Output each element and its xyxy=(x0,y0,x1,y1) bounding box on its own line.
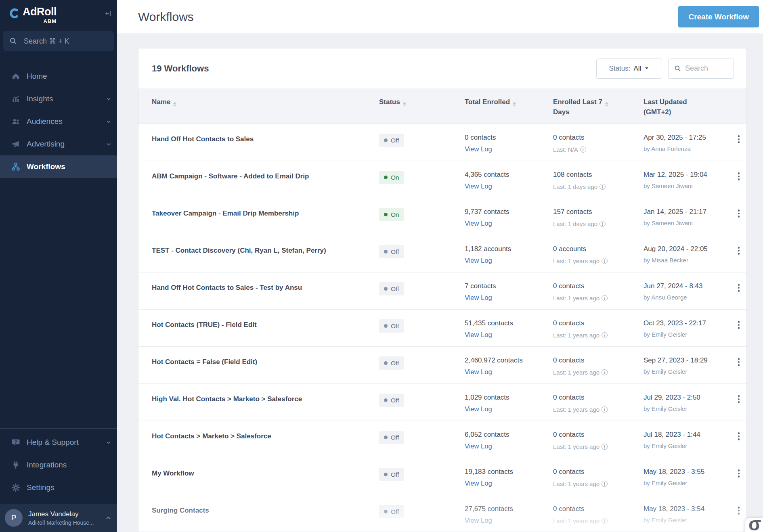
sidebar-item-advertising[interactable]: Advertising xyxy=(0,133,117,155)
view-log-link[interactable]: View Log xyxy=(465,145,492,153)
last-updated-cell: Mar 12, 2025 - 19:04 by Sameen Jiwani xyxy=(644,161,731,198)
last-updated-cell: Jul 18, 2023 - 1:44 by Emily Geisler xyxy=(644,421,731,458)
user-menu[interactable]: P James Vandelay AdRoll Marketing House.… xyxy=(0,504,117,532)
column-header-name[interactable]: Name xyxy=(138,88,379,124)
row-actions-menu-icon[interactable] xyxy=(731,272,746,309)
sidebar-collapse-icon[interactable] xyxy=(105,10,112,19)
sidebar-item-label: Help & Support xyxy=(27,438,106,447)
enrolled-7-days-value: 0 contacts xyxy=(553,319,644,327)
caret-down-icon xyxy=(644,65,649,73)
column-header-enrolled-last-7-days[interactable]: Enrolled Last 7 Days xyxy=(553,88,644,124)
info-icon[interactable]: i xyxy=(602,481,608,487)
workflow-name[interactable]: TEST - Contact Discovery (Chi, Ryan L, S… xyxy=(138,235,379,272)
info-icon[interactable]: i xyxy=(580,147,586,153)
sidebar-search-input[interactable]: Search ⌘ + K xyxy=(3,31,114,51)
sort-icon[interactable] xyxy=(605,102,608,107)
sidebar-item-home[interactable]: Home xyxy=(0,65,117,88)
view-log-link[interactable]: View Log xyxy=(465,442,492,450)
info-icon[interactable]: i xyxy=(600,184,606,190)
view-log-link[interactable]: View Log xyxy=(465,294,492,302)
sidebar-item-help-support[interactable]: ? Help & Support xyxy=(0,431,117,454)
workflow-name[interactable]: Hand Off Hot Contacts to Sales - Test by… xyxy=(138,272,379,309)
status-badge: Off xyxy=(379,505,404,518)
workflow-name[interactable]: Surging Contacts xyxy=(138,495,379,532)
status-badge: Off xyxy=(379,134,404,147)
last-updated-date: Jul 29, 2023 - 2:50 xyxy=(644,394,731,402)
workflow-name[interactable]: ABM Campaign - Software - Added to Email… xyxy=(138,161,379,198)
chevron-down-icon xyxy=(106,440,111,445)
enrolled-7-days-cell: 0 contacts Last: 1 years ago i xyxy=(553,458,644,495)
sort-icon[interactable] xyxy=(173,102,176,107)
info-icon[interactable]: i xyxy=(602,295,608,301)
last-updated-by: by Ansu George xyxy=(644,294,731,301)
last-updated-date: May 18, 2023 - 3:55 xyxy=(644,468,731,476)
page-header: Workflows Create Workflow xyxy=(117,0,763,34)
sidebar-item-label: Audiences xyxy=(27,117,106,126)
total-enrolled-value: 2,460,972 contacts xyxy=(465,356,553,364)
page-title: Workflows xyxy=(138,10,194,24)
sort-icon[interactable] xyxy=(513,102,516,107)
sort-icon[interactable] xyxy=(403,102,406,107)
last-updated-cell: Apr 30, 2025 - 17:25 by Anna Forlenza xyxy=(644,124,731,161)
last-enrolled-label: Last: 1 years ago xyxy=(553,443,600,450)
view-log-link[interactable]: View Log xyxy=(465,368,492,376)
sidebar: AdRoll ABM Search ⌘ + K Home Insights xyxy=(0,0,117,532)
view-log-link[interactable]: View Log xyxy=(465,182,492,190)
column-header-status[interactable]: Status xyxy=(379,88,465,124)
sidebar-item-insights[interactable]: Insights xyxy=(0,88,117,110)
row-actions-menu-icon[interactable] xyxy=(731,124,746,161)
view-log-link[interactable]: View Log xyxy=(465,220,492,227)
info-icon[interactable]: i xyxy=(602,258,608,264)
sidebar-item-integrations[interactable]: Integrations xyxy=(0,454,117,476)
row-actions-menu-icon[interactable] xyxy=(731,495,746,532)
view-log-link[interactable]: View Log xyxy=(465,517,492,524)
sidebar-item-label: Advertising xyxy=(27,140,106,149)
view-log-link[interactable]: View Log xyxy=(465,480,492,487)
row-actions-menu-icon[interactable] xyxy=(731,310,746,346)
column-header-last-updated[interactable]: Last Updated (GMT+2) xyxy=(644,88,731,124)
row-actions-menu-icon[interactable] xyxy=(731,384,746,421)
create-workflow-button[interactable]: Create Workflow xyxy=(678,6,759,27)
total-enrolled-value: 9,737 contacts xyxy=(465,208,553,216)
row-actions-menu-icon[interactable] xyxy=(731,161,746,198)
workflow-name[interactable]: High Val. Hot Contacts > Marketo > Sales… xyxy=(138,384,379,421)
row-actions-menu-icon[interactable] xyxy=(731,458,746,495)
info-icon[interactable]: i xyxy=(602,518,608,524)
total-enrolled-cell: 1,182 accounts View Log xyxy=(465,235,553,272)
last-updated-date: Aug 20, 2024 - 22:05 xyxy=(644,245,731,253)
info-icon[interactable]: i xyxy=(602,444,608,450)
last-updated-cell: Sep 27, 2023 - 18:29 by Emily Geisler xyxy=(644,347,731,383)
info-icon[interactable]: i xyxy=(600,221,606,227)
table-row: ABM Campaign - Software - Added to Email… xyxy=(138,161,746,198)
last-updated-date: Jul 18, 2023 - 1:44 xyxy=(644,431,731,439)
view-log-link[interactable]: View Log xyxy=(465,405,492,413)
status-filter-dropdown[interactable]: Status: All xyxy=(596,59,662,79)
row-actions-menu-icon[interactable] xyxy=(731,347,746,383)
row-actions-menu-icon[interactable] xyxy=(731,421,746,458)
total-enrolled-cell: 0 contacts View Log xyxy=(465,124,553,161)
workflow-name[interactable]: Hot Contacts = False (Field Edit) xyxy=(138,347,379,383)
table-row: High Val. Hot Contacts > Marketo > Sales… xyxy=(138,384,746,421)
last-updated-cell: Jan 14, 2025 - 21:17 by Sameen Jiwani xyxy=(644,198,731,235)
workflow-name[interactable]: Hot Contacts > Marketo > Salesforce xyxy=(138,421,379,458)
table-search-input[interactable]: Search xyxy=(668,59,734,79)
last-updated-by: by Emily Geisler xyxy=(644,442,731,449)
row-actions-menu-icon[interactable] xyxy=(731,235,746,272)
column-header-total-enrolled[interactable]: Total Enrolled xyxy=(465,88,553,124)
workflow-name[interactable]: Hand Off Hot Contacts to Sales xyxy=(138,124,379,161)
info-icon[interactable]: i xyxy=(602,406,608,413)
adroll-mark-icon xyxy=(9,8,20,19)
sidebar-item-workflows[interactable]: Workflows xyxy=(0,155,117,178)
sidebar-item-audiences[interactable]: Audiences xyxy=(0,110,117,133)
row-actions-menu-icon[interactable] xyxy=(731,198,746,235)
info-icon[interactable]: i xyxy=(602,332,608,338)
view-log-link[interactable]: View Log xyxy=(465,257,492,264)
view-log-link[interactable]: View Log xyxy=(465,331,492,339)
workflow-name[interactable]: My Workflow xyxy=(138,458,379,495)
info-icon[interactable]: i xyxy=(602,369,608,375)
workflow-name[interactable]: Takeover Campaign - Email Drip Membershi… xyxy=(138,198,379,235)
workflow-name[interactable]: Hot Contacts (TRUE) - Field Edit xyxy=(138,310,379,346)
sidebar-item-settings[interactable]: Settings xyxy=(0,476,117,499)
table-row: Hot Contacts = False (Field Edit) Off 2,… xyxy=(138,347,746,384)
chat-launcher-button[interactable]: σ xyxy=(745,517,763,532)
